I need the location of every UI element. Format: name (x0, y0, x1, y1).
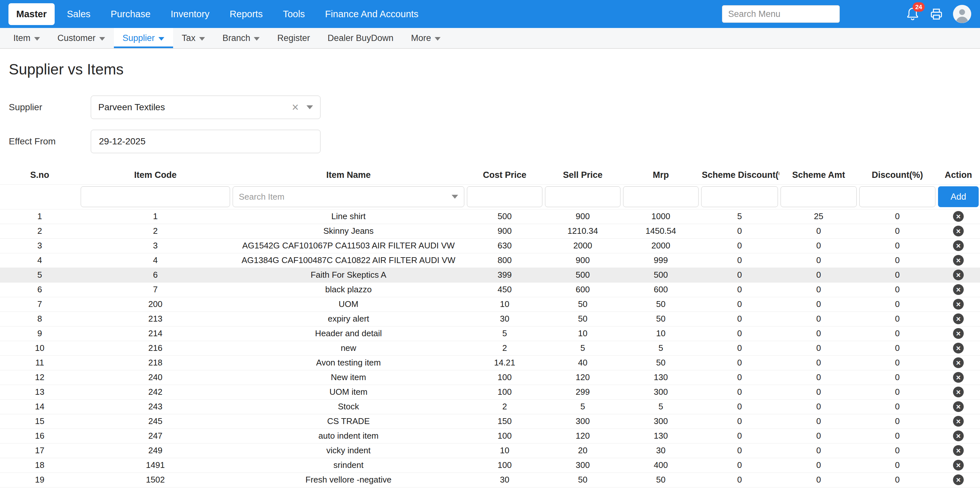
user-avatar[interactable] (953, 5, 972, 24)
remove-item-button[interactable]: × (953, 416, 964, 427)
topnav-item-purchase[interactable]: Purchase (103, 3, 159, 25)
table-row[interactable]: 17 249 vicky indent 10 20 30 0 0 0 × (0, 443, 980, 458)
remove-item-button[interactable]: × (953, 358, 964, 368)
cell-cost-price: 30 (466, 311, 544, 326)
supplier-select[interactable]: Parveen Textiles × (91, 95, 320, 119)
remove-item-button[interactable]: × (953, 284, 964, 295)
cell-discount: 0 (858, 311, 937, 326)
add-button[interactable]: Add (938, 186, 979, 207)
table-row[interactable]: 9 214 Header and detail 5 10 10 0 0 0 × (0, 326, 980, 341)
remove-item-button[interactable]: × (953, 401, 964, 412)
remove-item-button[interactable]: × (953, 211, 964, 222)
subnav-item-customer[interactable]: Customer (49, 28, 114, 48)
sell-price-filter-input[interactable] (545, 186, 620, 207)
table-row[interactable]: 15 245 CS TRADE 150 300 300 0 0 0 × (0, 414, 980, 429)
remove-item-button[interactable]: × (953, 460, 964, 470)
cell-sell-price: 1210.34 (544, 224, 622, 238)
table-row[interactable]: 6 7 black plazzo 450 600 600 0 0 0 × (0, 282, 980, 297)
table-row[interactable]: 11 218 Avon testing item 14.21 40 50 0 0… (0, 355, 980, 370)
cell-action: × (937, 224, 980, 238)
cell-item-code: 245 (80, 414, 231, 429)
cell-scheme-amt: 0 (779, 297, 858, 311)
cell-scheme-discount: 0 (700, 224, 779, 238)
cell-item-name: UOM item (231, 385, 466, 399)
remove-item-button[interactable]: × (953, 431, 964, 441)
subnav-item-dealer-buydown[interactable]: Dealer BuyDown (319, 28, 402, 48)
table-row[interactable]: 18 1491 srindent 100 300 400 0 0 0 × (0, 458, 980, 472)
table-row[interactable]: 5 6 Faith For Skeptics A 399 500 500 0 0… (0, 268, 980, 282)
subnav-item-label: Supplier (123, 33, 155, 43)
table-row[interactable]: 3 3 AG1542G CAF101067P CA11503 AIR FILTE… (0, 238, 980, 253)
table-row[interactable]: 2 2 Skinny Jeans 900 1210.34 1450.54 0 0… (0, 224, 980, 238)
remove-item-button[interactable]: × (953, 255, 964, 266)
cell-discount: 0 (858, 355, 937, 370)
table-row[interactable]: 8 213 expiry alert 30 50 50 0 0 0 × (0, 311, 980, 326)
scheme-amt-filter-input[interactable] (781, 186, 857, 207)
cell-action: × (937, 297, 980, 311)
cell-item-name: Fresh vellore -negative (231, 472, 466, 487)
cell-sno: 11 (0, 355, 80, 370)
notifications-button[interactable]: 24 (905, 6, 920, 22)
remove-item-button[interactable]: × (953, 387, 964, 397)
table-row[interactable]: 10 216 new 2 5 5 0 0 0 × (0, 341, 980, 355)
print-button[interactable] (929, 6, 944, 22)
remove-item-button[interactable]: × (953, 313, 964, 324)
table-row[interactable]: 14 243 Stock 2 5 5 0 0 0 × (0, 399, 980, 414)
effect-from-input[interactable] (91, 130, 320, 153)
topnav-item-sales[interactable]: Sales (59, 3, 99, 25)
item-name-search-select[interactable]: Search Item (233, 186, 464, 207)
cell-scheme-discount: 0 (700, 253, 779, 268)
table-row[interactable]: 7 200 UOM 10 50 50 0 0 0 × (0, 297, 980, 311)
subnav-item-tax[interactable]: Tax (173, 28, 214, 48)
table-row[interactable]: 1 1 Line shirt 500 900 1000 5 25 0 × (0, 209, 980, 224)
cell-sno: 1 (0, 209, 80, 224)
cell-cost-price: 10 (466, 297, 544, 311)
subnav-item-register[interactable]: Register (269, 28, 319, 48)
subnav-item-branch[interactable]: Branch (214, 28, 269, 48)
item-code-filter-input[interactable] (81, 186, 230, 207)
remove-item-button[interactable]: × (953, 328, 964, 339)
table-row[interactable]: 19 1502 Fresh vellore -negative 30 50 50… (0, 472, 980, 487)
discount-filter-input[interactable] (859, 186, 935, 207)
cell-scheme-amt: 0 (779, 370, 858, 385)
cost-price-filter-input[interactable] (467, 186, 542, 207)
subnav-item-item[interactable]: Item (5, 28, 49, 48)
table-row[interactable]: 13 242 UOM item 100 299 300 0 0 0 × (0, 385, 980, 399)
topnav-item-finance-and-accounts[interactable]: Finance And Accounts (317, 3, 426, 25)
topnav-item-master[interactable]: Master (8, 3, 55, 25)
clear-icon[interactable]: × (292, 102, 299, 113)
remove-item-button[interactable]: × (953, 372, 964, 383)
remove-item-button[interactable]: × (953, 474, 964, 485)
scheme-discount-filter-input[interactable] (701, 186, 778, 207)
topnav-item-inventory[interactable]: Inventory (163, 3, 217, 25)
subnav-item-more[interactable]: More (402, 28, 449, 48)
table-row[interactable]: 12 240 New item 100 120 130 0 0 0 × (0, 370, 980, 385)
table-row[interactable]: 4 4 AG1384G CAF100487C CA10822 AIR FILTE… (0, 253, 980, 268)
chevron-down-icon[interactable] (307, 105, 313, 109)
cell-mrp: 10 (622, 326, 700, 341)
cell-cost-price: 100 (466, 458, 544, 472)
remove-item-button[interactable]: × (953, 445, 964, 456)
topnav-item-tools[interactable]: Tools (275, 3, 313, 25)
remove-item-button[interactable]: × (953, 270, 964, 280)
chevron-down-icon (254, 37, 259, 41)
printer-icon (929, 7, 943, 21)
table-row[interactable]: 16 247 auto indent item 100 120 130 0 0 … (0, 429, 980, 443)
cell-mrp: 2000 (622, 238, 700, 253)
cell-scheme-discount: 0 (700, 341, 779, 355)
remove-item-button[interactable]: × (953, 226, 964, 237)
subnav-item-supplier[interactable]: Supplier (114, 28, 173, 48)
mrp-filter-input[interactable] (623, 186, 698, 207)
cell-cost-price: 10 (466, 443, 544, 458)
topnav-item-reports[interactable]: Reports (222, 3, 271, 25)
remove-item-button[interactable]: × (953, 343, 964, 353)
cell-item-code: 249 (80, 443, 231, 458)
remove-item-button[interactable]: × (953, 299, 964, 310)
remove-item-button[interactable]: × (953, 240, 964, 251)
search-menu-input[interactable] (722, 5, 840, 23)
cell-sell-price: 600 (544, 282, 622, 297)
cell-action: × (937, 238, 980, 253)
cell-item-name: vicky indent (231, 443, 466, 458)
cell-sno: 12 (0, 370, 80, 385)
cell-item-code: 243 (80, 399, 231, 414)
